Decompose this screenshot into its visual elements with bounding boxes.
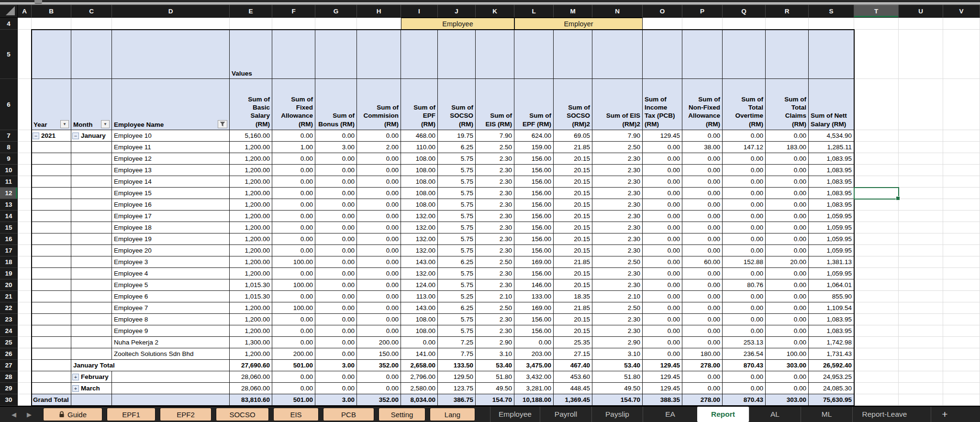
column-header-N[interactable]: N — [592, 5, 643, 18]
cell-J12[interactable]: 5.75 — [438, 188, 476, 199]
cell-H5[interactable] — [357, 30, 401, 79]
cell-J20[interactable]: 5.75 — [438, 279, 476, 291]
cell-D19[interactable]: Employee 4 — [112, 268, 230, 279]
cell-T8[interactable] — [854, 142, 899, 153]
cell-S22[interactable]: 1,109.54 — [809, 302, 854, 314]
cell-Q26[interactable]: 236.54 — [723, 348, 766, 360]
cell-H21[interactable]: 0.00 — [357, 291, 401, 302]
cell-P12[interactable]: 0.00 — [682, 188, 723, 199]
cell-L17[interactable]: 156.00 — [514, 245, 554, 256]
cell-P24[interactable]: 0.00 — [682, 325, 723, 337]
cell-B29[interactable] — [32, 383, 71, 394]
cell-C4[interactable] — [71, 18, 112, 30]
cell-I9[interactable]: 108.00 — [401, 153, 438, 165]
cell-U12[interactable] — [899, 188, 943, 199]
cell-E18[interactable]: 1,200.00 — [230, 256, 272, 268]
tab-scroll-left-icon[interactable]: ◀ — [11, 411, 16, 418]
column-header-V[interactable]: V — [943, 5, 980, 18]
cell-B13[interactable] — [32, 199, 71, 211]
cell-P5[interactable] — [682, 30, 723, 79]
column-header-M[interactable]: M — [554, 5, 592, 18]
cell-V25[interactable] — [943, 337, 980, 348]
sheet-tab-epf1[interactable]: EPF1 — [107, 408, 156, 421]
cell-N9[interactable]: 2.30 — [592, 153, 643, 165]
cell-C21[interactable] — [71, 291, 112, 302]
cell-B17[interactable] — [32, 245, 71, 256]
cell-P13[interactable]: 0.00 — [682, 199, 723, 211]
cell-T24[interactable] — [854, 325, 899, 337]
cell-G10[interactable]: 0.00 — [315, 165, 357, 176]
cell-A5[interactable] — [18, 30, 32, 79]
cell-F7[interactable]: 0.00 — [272, 130, 315, 142]
cell-B23[interactable] — [32, 314, 71, 325]
row-header-28[interactable]: 28 — [0, 371, 18, 383]
cell-G26[interactable]: 0.00 — [315, 348, 357, 360]
cell-J6[interactable]: Sum of SOCSO (RM) — [438, 79, 476, 130]
cell-A12[interactable] — [18, 188, 32, 199]
cell-A14[interactable] — [18, 211, 32, 222]
cell-T26[interactable] — [854, 348, 899, 360]
column-header-T[interactable]: T — [854, 5, 899, 18]
cell-Q29[interactable]: 0.00 — [723, 383, 766, 394]
cell-U26[interactable] — [899, 348, 943, 360]
cell-L26[interactable]: 203.00 — [514, 348, 554, 360]
cell-K18[interactable]: 2.50 — [476, 256, 514, 268]
cell-S27[interactable]: 26,592.40 — [809, 360, 854, 371]
column-header-K[interactable]: K — [476, 5, 514, 18]
cell-C5[interactable] — [71, 30, 112, 79]
cell-Q25[interactable]: 253.13 — [723, 337, 766, 348]
cell-R30[interactable]: 303.00 — [766, 394, 809, 406]
sheet-tab-report-leave[interactable]: Report-Leave — [852, 407, 916, 422]
cell-I14[interactable]: 132.00 — [401, 211, 438, 222]
cell-T15[interactable] — [854, 222, 899, 233]
row-header-13[interactable]: 13 — [0, 199, 18, 211]
cell-V4[interactable] — [943, 18, 980, 30]
cell-T7[interactable] — [854, 130, 899, 142]
column-header-L[interactable]: L — [514, 5, 554, 18]
cell-D18[interactable]: Employee 3 — [112, 256, 230, 268]
cell-E17[interactable]: 1,200.00 — [230, 245, 272, 256]
cell-V20[interactable] — [943, 279, 980, 291]
cell-Q4[interactable] — [723, 18, 766, 30]
cell-H4[interactable] — [357, 18, 401, 30]
cell-K9[interactable]: 2.30 — [476, 153, 514, 165]
column-header-U[interactable]: U — [899, 5, 943, 18]
cell-H19[interactable]: 0.00 — [357, 268, 401, 279]
cell-S14[interactable]: 1,059.95 — [809, 211, 854, 222]
column-header-C[interactable]: C — [71, 5, 112, 18]
cell-B21[interactable] — [32, 291, 71, 302]
cell-R24[interactable]: 0.00 — [766, 325, 809, 337]
cell-L5[interactable] — [514, 30, 554, 79]
cell-K10[interactable]: 2.30 — [476, 165, 514, 176]
cell-N23[interactable]: 2.30 — [592, 314, 643, 325]
cell-S23[interactable]: 1,083.95 — [809, 314, 854, 325]
cell-S18[interactable]: 1,381.13 — [809, 256, 854, 268]
cell-P11[interactable]: 0.00 — [682, 176, 723, 188]
cell-Q12[interactable]: 0.00 — [723, 188, 766, 199]
cell-N12[interactable]: 2.30 — [592, 188, 643, 199]
cell-J8[interactable]: 6.25 — [438, 142, 476, 153]
cell-C20[interactable] — [71, 279, 112, 291]
cell-T16[interactable] — [854, 233, 899, 245]
cell-C23[interactable] — [71, 314, 112, 325]
cell-E20[interactable]: 1,015.30 — [230, 279, 272, 291]
cell-N27[interactable]: 53.40 — [592, 360, 643, 371]
cell-L22[interactable]: 169.00 — [514, 302, 554, 314]
cell-N29[interactable]: 49.50 — [592, 383, 643, 394]
cell-F30[interactable]: 501.00 — [272, 394, 315, 406]
add-sheet-button[interactable]: + — [931, 407, 958, 422]
cell-E28[interactable]: 28,060.00 — [230, 371, 272, 383]
cell-Q23[interactable]: 0.00 — [723, 314, 766, 325]
cell-H8[interactable]: 2.00 — [357, 142, 401, 153]
cell-M11[interactable]: 20.15 — [554, 176, 592, 188]
cell-F16[interactable]: 0.00 — [272, 233, 315, 245]
cell-F5[interactable] — [272, 30, 315, 79]
cell-I10[interactable]: 108.00 — [401, 165, 438, 176]
cell-V27[interactable] — [943, 360, 980, 371]
cell-Q13[interactable]: 0.00 — [723, 199, 766, 211]
cell-L16[interactable]: 156.00 — [514, 233, 554, 245]
cell-A29[interactable] — [18, 383, 32, 394]
cell-Q17[interactable]: 0.00 — [723, 245, 766, 256]
cell-M30[interactable]: 1,369.45 — [554, 394, 592, 406]
column-header-P[interactable]: P — [682, 5, 723, 18]
